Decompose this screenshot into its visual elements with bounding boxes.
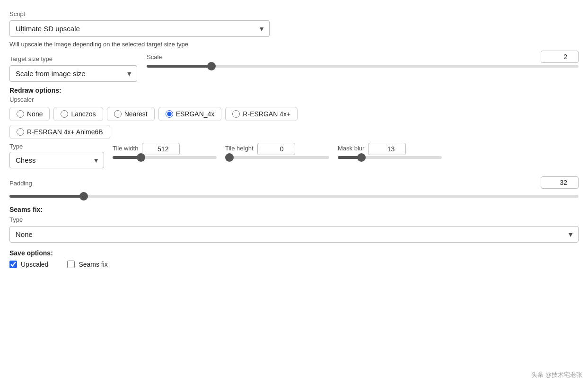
tile-height-slider[interactable] — [225, 156, 329, 159]
seams-fix-checkbox-option[interactable]: Seams fix — [67, 261, 107, 268]
radio-lanczos[interactable]: Lanczos — [53, 107, 103, 121]
seams-fix-save-label: Seams fix — [79, 261, 107, 268]
upscaler-label: Upscaler — [9, 96, 579, 103]
radio-none[interactable]: None — [9, 107, 50, 121]
radio-nearest[interactable]: Nearest — [107, 107, 155, 121]
type-col: Type LinearChessNone ▼ — [9, 143, 104, 168]
target-scale-row: Target size type Scale from image sizeCu… — [9, 51, 579, 82]
upscaled-checkbox-option[interactable]: Upscaled — [9, 261, 48, 268]
radio-none-input[interactable] — [17, 110, 24, 118]
radio-resrgan4x-label: R-ESRGAN 4x+ — [243, 110, 290, 118]
scale-number-input[interactable] — [541, 51, 579, 63]
type-select-wrapper[interactable]: LinearChessNone ▼ — [9, 152, 104, 168]
mask-blur-col: Mask blur — [338, 143, 442, 159]
scale-label: Scale — [147, 53, 162, 61]
script-select[interactable]: NoneUltimate SD upscaleX/Y/Z plotPrompt … — [9, 20, 270, 37]
seams-type-select-wrapper[interactable]: NoneBand passHalf tile offset passHalf t… — [9, 226, 579, 243]
target-size-col: Target size type Scale from image sizeCu… — [9, 51, 137, 82]
upscaler-radio-group-2: R-ESRGAN 4x+ Anime6B — [9, 125, 579, 139]
type-label: Type — [9, 143, 104, 150]
mask-blur-slider[interactable] — [338, 156, 442, 159]
radio-esrgan4x-label: ESRGAN_4x — [176, 110, 215, 118]
padding-section: Padding — [9, 175, 579, 199]
mask-blur-label: Mask blur — [338, 145, 364, 152]
scale-slider[interactable] — [147, 65, 579, 68]
tile-width-label: Tile width — [113, 145, 138, 152]
radio-lanczos-label: Lanczos — [71, 110, 96, 118]
upscaled-label: Upscaled — [21, 261, 48, 268]
type-select[interactable]: LinearChessNone — [9, 152, 104, 168]
radio-esrgan4x-input[interactable] — [166, 110, 173, 118]
padding-label: Padding — [9, 180, 32, 187]
padding-slider[interactable] — [9, 195, 579, 198]
radio-resrgan4x-anime-input[interactable] — [17, 128, 24, 136]
scale-col: Scale — [147, 51, 579, 68]
hint-text: Will upscale the image depending on the … — [9, 41, 579, 48]
target-size-label: Target size type — [9, 55, 137, 62]
tile-height-col: Tile height — [225, 143, 329, 159]
radio-resrgan4x-input[interactable] — [232, 110, 240, 118]
scale-slider-container — [147, 65, 579, 68]
tile-height-label: Tile height — [225, 145, 254, 152]
save-options-label: Save options: — [9, 249, 579, 257]
radio-resrgan4x-anime[interactable]: R-ESRGAN 4x+ Anime6B — [9, 125, 110, 139]
seams-section: Seams fix: Type NoneBand passHalf tile o… — [9, 206, 579, 243]
scale-header: Scale — [147, 51, 579, 63]
padding-input[interactable] — [541, 176, 579, 189]
radio-nearest-input[interactable] — [114, 110, 122, 118]
tile-width-slider[interactable] — [113, 156, 217, 159]
script-section: Script NoneUltimate SD upscaleX/Y/Z plot… — [9, 10, 579, 37]
target-size-select-wrapper[interactable]: Scale from image sizeCustom sizeScale fr… — [9, 65, 137, 82]
seams-type-label: Type — [9, 216, 579, 223]
radio-none-label: None — [27, 110, 43, 118]
target-size-select[interactable]: Scale from image sizeCustom sizeScale fr… — [9, 65, 137, 82]
upscaler-radio-group: None Lanczos Nearest ESRGAN_4x R-ESRGAN … — [9, 107, 579, 121]
save-section: Save options: Upscaled Seams fix — [9, 249, 579, 268]
radio-lanczos-input[interactable] — [61, 110, 68, 118]
padding-header: Padding — [9, 175, 579, 190]
tile-row: Type LinearChessNone ▼ Tile width Tile h… — [9, 143, 579, 168]
radio-nearest-label: Nearest — [124, 110, 148, 118]
radio-esrgan4x[interactable]: ESRGAN_4x — [158, 107, 222, 121]
redraw-label: Redraw options: — [9, 87, 579, 94]
upscaled-checkbox[interactable] — [9, 261, 17, 268]
seams-fix-checkbox[interactable] — [67, 261, 75, 268]
seams-fix-label: Seams fix: — [9, 206, 579, 213]
radio-resrgan4x-anime-label: R-ESRGAN 4x+ Anime6B — [27, 128, 103, 136]
script-select-wrapper[interactable]: NoneUltimate SD upscaleX/Y/Z plotPrompt … — [9, 20, 270, 37]
radio-resrgan4x[interactable]: R-ESRGAN 4x+ — [225, 107, 298, 121]
seams-type-select[interactable]: NoneBand passHalf tile offset passHalf t… — [9, 226, 579, 243]
checkbox-row: Upscaled Seams fix — [9, 261, 579, 268]
tile-width-col: Tile width — [113, 143, 217, 159]
script-label: Script — [9, 10, 579, 17]
